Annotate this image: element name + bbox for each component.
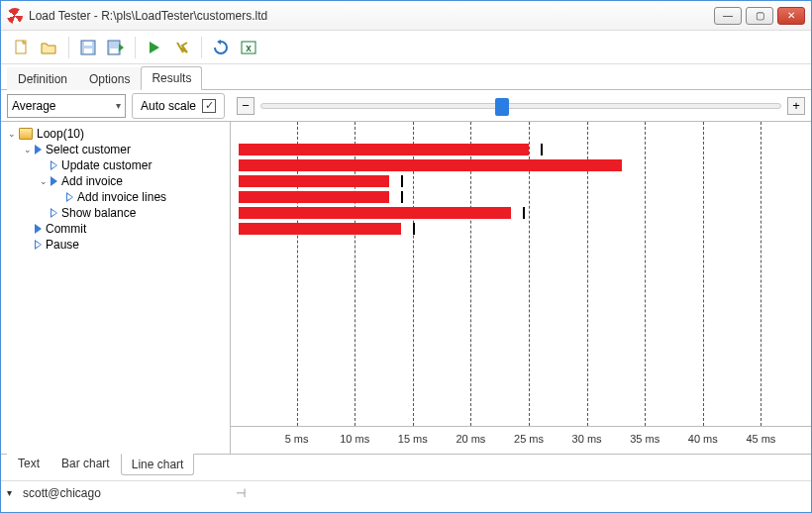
tree-item-loop[interactable]: ⌄Loop(10) bbox=[1, 126, 230, 142]
play-hollow-icon bbox=[51, 208, 57, 218]
pin-icon[interactable]: ⊣ bbox=[236, 486, 246, 500]
tree-label: Show balance bbox=[61, 206, 136, 220]
autoscale-label: Auto scale bbox=[141, 99, 196, 113]
tab-options[interactable]: Options bbox=[78, 67, 141, 90]
toolbar-separator bbox=[201, 37, 202, 58]
zoom-track[interactable] bbox=[260, 103, 781, 109]
tree-item-update[interactable]: Update customer bbox=[1, 157, 230, 173]
x-tick-label: 20 ms bbox=[456, 433, 485, 445]
play-hollow-icon bbox=[66, 192, 73, 202]
tree-item-balance[interactable]: Show balance bbox=[1, 205, 230, 221]
svg-text:x: x bbox=[246, 43, 252, 53]
tree-item-select[interactable]: ⌄Select customer bbox=[1, 142, 230, 157]
toolbar-separator bbox=[68, 37, 69, 58]
maximize-button[interactable]: ▢ bbox=[746, 7, 773, 25]
x-tick-label: 10 ms bbox=[340, 433, 369, 445]
content-row: ⌄Loop(10)⌄Select customerUpdate customer… bbox=[1, 122, 811, 455]
controls-row: Average ▾ Auto scale ✓ − + bbox=[1, 90, 811, 122]
tree-label: Select customer bbox=[46, 143, 131, 156]
tree-label: Add invoice lines bbox=[77, 190, 166, 204]
bar-marker-balance bbox=[523, 207, 525, 219]
toolbar-separator bbox=[135, 37, 136, 58]
bar-marker-select bbox=[541, 144, 543, 155]
minimize-button[interactable]: — bbox=[714, 7, 742, 25]
tree-item-commit[interactable]: Commit bbox=[1, 221, 230, 237]
bar-select bbox=[239, 144, 529, 155]
tabs-top: Definition Options Results bbox=[1, 64, 811, 90]
tree-label: Loop(10) bbox=[37, 127, 84, 141]
chevron-down-icon: ▾ bbox=[116, 100, 121, 111]
play-hollow-icon bbox=[51, 160, 57, 170]
window-title: Load Tester - R:\pls\LoadTester\customer… bbox=[29, 9, 714, 23]
tree-col: ⌄Loop(10)⌄Select customerUpdate customer… bbox=[1, 122, 231, 454]
run-icon[interactable] bbox=[144, 37, 165, 58]
gridline bbox=[703, 122, 704, 426]
zoom-out-button[interactable]: − bbox=[237, 97, 254, 115]
tab-results[interactable]: Results bbox=[141, 66, 202, 90]
svg-rect-5 bbox=[110, 49, 118, 53]
reset-icon[interactable] bbox=[210, 37, 232, 58]
aggregate-select[interactable]: Average ▾ bbox=[7, 94, 126, 118]
tree-label: Pause bbox=[46, 238, 79, 252]
close-button[interactable]: ✕ bbox=[777, 7, 805, 25]
save-run-icon[interactable] bbox=[105, 37, 127, 58]
x-tick-label: 30 ms bbox=[572, 433, 602, 445]
open-file-icon[interactable] bbox=[39, 37, 60, 58]
expander-icon[interactable]: ⌄ bbox=[7, 129, 17, 139]
zoom-slider: − + bbox=[237, 97, 805, 115]
chart-area: 5 ms10 ms15 ms20 ms25 ms30 ms35 ms40 ms4… bbox=[231, 122, 811, 454]
zoom-in-button[interactable]: + bbox=[787, 97, 805, 115]
bar-commit bbox=[239, 223, 401, 235]
play-hollow-icon bbox=[35, 240, 42, 250]
connection-label: scott@chicago bbox=[23, 486, 101, 500]
tabs-bottom: Text Bar chart Line chart bbox=[1, 455, 811, 480]
window-buttons: — ▢ ✕ bbox=[714, 7, 805, 25]
tree-item-addinv[interactable]: ⌄Add invoice bbox=[1, 173, 230, 189]
bar-balance bbox=[239, 207, 511, 219]
autoscale-toggle[interactable]: Auto scale ✓ bbox=[132, 93, 225, 119]
bar-addinv bbox=[239, 175, 389, 187]
chart-canvas bbox=[231, 122, 811, 426]
expander-icon[interactable]: ⌄ bbox=[23, 145, 33, 154]
folder-icon bbox=[19, 128, 33, 140]
aggregate-value: Average bbox=[12, 99, 55, 113]
save-icon[interactable] bbox=[77, 37, 99, 58]
x-tick-label: 25 ms bbox=[514, 433, 544, 445]
titlebar: Load Tester - R:\pls\LoadTester\customer… bbox=[1, 1, 811, 31]
new-file-icon[interactable] bbox=[11, 37, 33, 58]
gridline bbox=[761, 122, 761, 426]
x-tick-label: 45 ms bbox=[746, 433, 775, 445]
play-solid-icon bbox=[35, 224, 42, 234]
svg-rect-2 bbox=[84, 49, 92, 53]
svg-rect-3 bbox=[84, 42, 92, 46]
play-solid-icon bbox=[35, 145, 42, 154]
tab-definition[interactable]: Definition bbox=[7, 67, 78, 90]
tree-label: Commit bbox=[46, 222, 86, 236]
tree-label: Add invoice bbox=[61, 174, 123, 188]
x-axis: 5 ms10 ms15 ms20 ms25 ms30 ms35 ms40 ms4… bbox=[231, 426, 811, 454]
bar-marker-addinv bbox=[401, 175, 403, 187]
x-tick-label: 40 ms bbox=[688, 433, 718, 445]
export-excel-icon[interactable]: x bbox=[238, 37, 259, 58]
toolbar: x bbox=[1, 31, 811, 64]
autoscale-checkbox[interactable]: ✓ bbox=[202, 99, 216, 113]
tab-text[interactable]: Text bbox=[7, 454, 51, 474]
bar-marker-addinvlines bbox=[401, 191, 403, 203]
x-tick-label: 15 ms bbox=[398, 433, 428, 445]
status-expander-icon[interactable]: ▾ bbox=[7, 487, 17, 498]
statusbar: ▾ scott@chicago ⊣ bbox=[1, 480, 811, 504]
abort-icon[interactable] bbox=[171, 37, 193, 58]
x-tick-label: 35 ms bbox=[630, 433, 660, 445]
app-icon bbox=[7, 8, 23, 24]
tree-item-addinvlines[interactable]: Add invoice lines bbox=[1, 189, 230, 205]
tab-line-chart[interactable]: Line chart bbox=[121, 454, 195, 475]
bar-marker-commit bbox=[413, 223, 415, 235]
x-tick-label: 5 ms bbox=[285, 433, 309, 445]
gridline bbox=[645, 122, 646, 426]
zoom-thumb[interactable] bbox=[495, 98, 509, 116]
tab-bar-chart[interactable]: Bar chart bbox=[51, 454, 121, 474]
tree-item-pause[interactable]: Pause bbox=[1, 237, 230, 253]
play-solid-icon bbox=[51, 176, 57, 186]
bar-addinvlines bbox=[239, 191, 389, 203]
expander-icon[interactable]: ⌄ bbox=[39, 176, 49, 186]
